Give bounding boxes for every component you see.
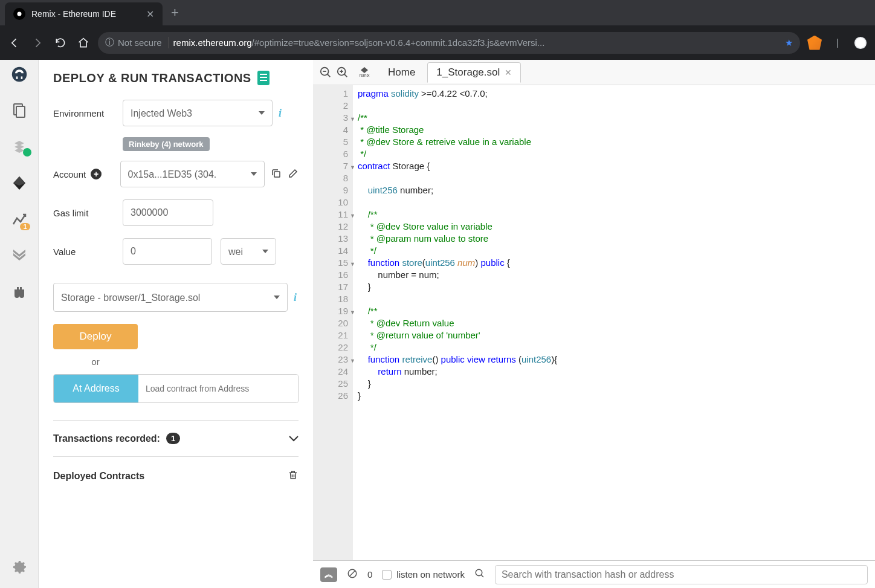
remix-small-icon: remix [358, 66, 371, 79]
chevron-down-icon[interactable] [289, 433, 299, 444]
line-gutter: 123▼4567▼891011▼12131415▼16171819▼202122… [313, 85, 353, 560]
zoom-in-icon[interactable] [336, 66, 349, 79]
metamask-extension-icon[interactable] [806, 34, 823, 51]
address-bar[interactable]: ⓘ Not secure remix.ethereum.org/#optimiz… [98, 32, 800, 54]
favicon [13, 8, 25, 20]
panel-badge-icon [257, 71, 270, 85]
listen-label: listen on network [396, 569, 465, 580]
code-editor[interactable]: 123▼4567▼891011▼12131415▼16171819▼202122… [313, 85, 875, 560]
svg-rect-7 [274, 172, 280, 177]
listen-checkbox[interactable] [382, 570, 392, 580]
value-unit-select[interactable]: wei [221, 238, 276, 265]
copy-account-icon[interactable] [271, 168, 282, 181]
terminal-toggle-icon[interactable]: ︽ [320, 567, 337, 582]
debugger-icon[interactable] [10, 246, 29, 265]
home-button[interactable] [75, 34, 92, 51]
add-account-icon[interactable]: + [91, 169, 102, 179]
deploy-run-icon[interactable] [10, 173, 29, 193]
listen-network-toggle[interactable]: listen on network [382, 569, 465, 580]
nav-bar: ⓘ Not secure remix.ethereum.org/#optimiz… [0, 25, 875, 60]
search-icon[interactable] [474, 568, 485, 581]
plugin-manager-icon[interactable] [10, 282, 29, 302]
terminal-search-input[interactable] [495, 565, 868, 584]
remix-logo-icon[interactable] [10, 65, 29, 84]
bookmark-star-icon[interactable]: ★ [785, 37, 793, 48]
value-amount-input[interactable] [123, 238, 212, 265]
compiler-icon[interactable] [10, 137, 29, 157]
svg-point-0 [18, 12, 22, 16]
svg-point-11 [476, 569, 482, 576]
close-file-tab-icon[interactable]: ✕ [505, 68, 512, 77]
url-text: remix.ethereum.org/#optimize=true&versio… [173, 37, 780, 48]
compile-success-badge [23, 148, 31, 157]
icon-sidebar: 1 [0, 60, 39, 588]
editor-area: remix Home 1_Storage.sol ✕ 123▼4567▼8910… [313, 60, 875, 588]
zoom-out-icon[interactable] [319, 66, 332, 79]
gas-limit-label: Gas limit [53, 208, 117, 218]
svg-rect-4 [21, 77, 22, 79]
reload-button[interactable] [52, 34, 69, 51]
network-badge: Rinkeby (4) network [123, 137, 210, 151]
analysis-count-badge: 1 [20, 223, 30, 230]
browser-tab[interactable]: Remix - Ethereum IDE ✕ [5, 2, 163, 25]
file-tab[interactable]: 1_Storage.sol ✕ [427, 62, 521, 83]
account-select[interactable]: 0x15a...1ED35 (304. [120, 161, 265, 187]
browser-menu-separator: | [829, 34, 846, 51]
contract-select[interactable]: Storage - browser/1_Storage.sol [53, 283, 288, 312]
new-tab-button[interactable]: + [171, 5, 179, 21]
ban-icon[interactable] [347, 568, 358, 581]
forward-button[interactable] [29, 34, 46, 51]
svg-rect-6 [16, 106, 25, 117]
file-tab-label: 1_Storage.sol [436, 66, 500, 79]
trash-icon[interactable] [288, 469, 299, 483]
analysis-icon[interactable]: 1 [10, 210, 29, 229]
deployed-contracts-title: Deployed Contracts [53, 471, 144, 482]
pending-tx-count: 0 [367, 569, 372, 580]
security-indicator: ⓘ Not secure [105, 37, 169, 48]
editor-tabs: remix Home 1_Storage.sol ✕ [313, 60, 875, 85]
browser-chrome: Remix - Ethereum IDE ✕ + ⓘ Not secure re… [0, 0, 875, 60]
home-tab[interactable]: Home [379, 63, 424, 82]
svg-rect-3 [16, 77, 18, 79]
back-button[interactable] [6, 34, 23, 51]
svg-point-1 [855, 37, 866, 48]
profile-icon[interactable] [852, 34, 869, 51]
value-label: Value [53, 247, 117, 257]
contract-info-icon[interactable]: i [294, 291, 297, 304]
at-address-button[interactable]: At Address [54, 375, 138, 402]
tab-title: Remix - Ethereum IDE [31, 9, 116, 19]
account-label: Account+ [53, 169, 114, 179]
close-tab-icon[interactable]: ✕ [146, 8, 154, 20]
terminal-bar: ︽ 0 listen on network [313, 560, 875, 588]
or-label: or [53, 357, 138, 367]
code-content[interactable]: pragma solidity >=0.4.22 <0.7.0; /** * @… [353, 85, 875, 560]
at-address-row: At Address [53, 374, 299, 403]
deploy-button[interactable]: Deploy [53, 324, 138, 349]
gas-limit-input[interactable] [123, 199, 213, 226]
panel-title: DEPLOY & RUN TRANSACTIONS [53, 71, 299, 85]
remix-app: 1 DEPLOY & RUN TRANSACTIONS Environment … [0, 60, 875, 588]
env-info-icon[interactable]: i [279, 107, 282, 120]
load-address-input[interactable] [138, 375, 298, 402]
deploy-panel: DEPLOY & RUN TRANSACTIONS Environment In… [39, 60, 313, 588]
svg-point-2 [11, 67, 27, 82]
settings-icon[interactable] [10, 557, 29, 576]
environment-select[interactable]: Injected Web3 [123, 100, 273, 126]
environment-label: Environment [53, 108, 117, 118]
edit-account-icon[interactable] [288, 168, 299, 181]
tx-count-badge: 1 [166, 433, 180, 444]
transactions-recorded-title: Transactions recorded: 1 [53, 433, 180, 444]
file-explorer-icon[interactable] [10, 101, 29, 120]
browser-tab-bar: Remix - Ethereum IDE ✕ + [0, 0, 875, 25]
